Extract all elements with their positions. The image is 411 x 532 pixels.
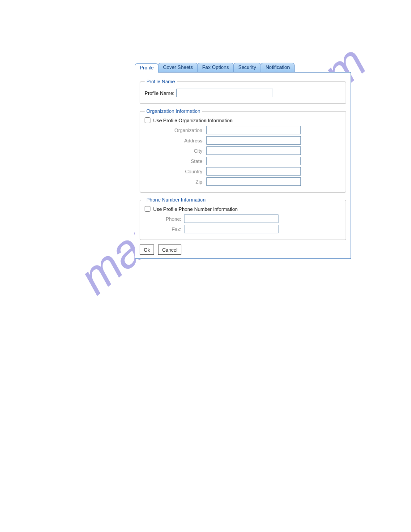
button-row: Ok Cancel [140,245,346,255]
state-label: State: [161,159,206,164]
org-fields: Organization: Address: City: State: Coun… [161,126,341,186]
city-input[interactable] [206,146,301,155]
zip-input[interactable] [206,177,301,186]
country-label: Country: [161,169,206,174]
address-input[interactable] [206,136,301,145]
use-profile-org-label: Use Profile Organization Information [153,118,232,123]
phone-info-legend: Phone Number Information [145,197,207,202]
phone-input[interactable] [184,215,278,223]
fax-label: Fax: [154,227,184,232]
org-info-group: Organization Information Use Profile Org… [140,108,346,193]
phone-label: Phone: [154,216,184,222]
organization-input[interactable] [206,126,301,134]
profile-name-group: Profile Name Profile Name: [140,79,346,104]
zip-label: Zip: [161,179,206,184]
phone-fields: Phone: Fax: [154,215,341,233]
country-input[interactable] [206,167,301,176]
tab-notification[interactable]: Notification [261,63,295,72]
use-profile-org-checkbox[interactable] [145,117,150,123]
fax-input[interactable] [184,225,278,233]
dialog-container: Profile Cover Sheets Fax Options Securit… [135,63,351,259]
tab-cover-sheets[interactable]: Cover Sheets [158,63,198,72]
use-profile-phone-label: Use Profile Phone Number Information [153,206,238,212]
phone-info-group: Phone Number Information Use Profile Pho… [140,197,346,240]
profile-name-label: Profile Name: [145,90,176,96]
cancel-button[interactable]: Cancel [158,245,181,255]
city-label: City: [161,148,206,154]
address-label: Address: [161,138,206,143]
use-profile-phone-checkbox[interactable] [145,206,150,212]
profile-name-input[interactable] [176,89,273,97]
org-info-legend: Organization Information [145,108,202,114]
profile-name-legend: Profile Name [145,79,177,84]
state-input[interactable] [206,157,301,165]
ok-button[interactable]: Ok [140,245,154,255]
tab-profile[interactable]: Profile [135,63,158,73]
tab-security[interactable]: Security [233,63,261,72]
profile-panel: Profile Name Profile Name: Organization … [135,72,351,259]
organization-label: Organization: [161,128,206,133]
tab-fax-options[interactable]: Fax Options [197,63,234,72]
tabs: Profile Cover Sheets Fax Options Securit… [135,63,351,72]
